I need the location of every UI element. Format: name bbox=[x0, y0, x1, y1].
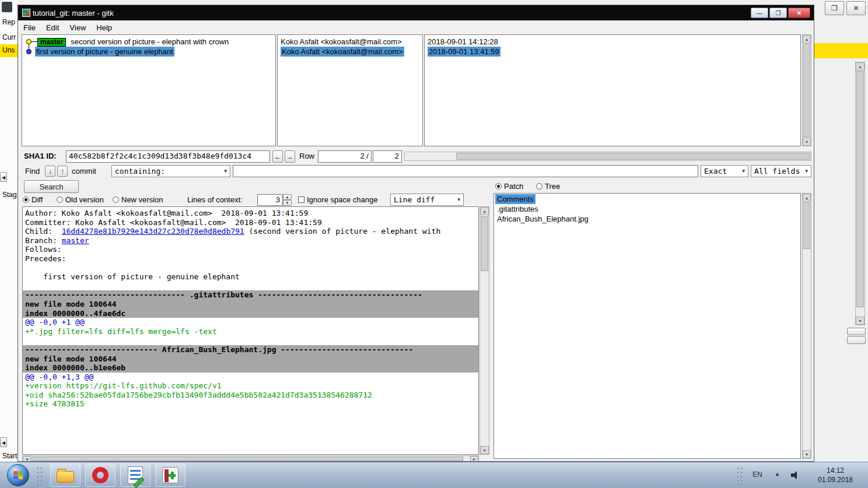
line-diff-dropdown[interactable]: Line diff ▼ bbox=[390, 194, 464, 206]
scroll-down-icon[interactable]: ▼ bbox=[803, 450, 811, 458]
diff-radio-circle[interactable] bbox=[23, 196, 29, 203]
file-list-item[interactable]: Comments bbox=[495, 194, 536, 204]
scroll-up-icon[interactable]: ▲ bbox=[480, 207, 489, 215]
old-version-radio[interactable]: Old version bbox=[57, 195, 104, 204]
commit-author-row[interactable]: Koko Asfalt <kokoasfalt@mail.com> bbox=[278, 37, 422, 47]
branch-tag[interactable]: master bbox=[37, 38, 66, 47]
commit-author-row[interactable]: Koko Asfalt <kokoasfalt@mail.com> bbox=[278, 47, 422, 57]
chevron-left-icon[interactable]: ◂ bbox=[0, 437, 7, 447]
scrollbar-thumb[interactable] bbox=[481, 216, 488, 271]
scrollbar-thumb[interactable] bbox=[32, 457, 463, 461]
ignore-space-checkbox-box[interactable] bbox=[298, 196, 304, 203]
scroll-up-icon[interactable]: ▲ bbox=[803, 194, 811, 202]
containing-dropdown[interactable]: containing: ▼ bbox=[111, 165, 230, 177]
commit-subject[interactable]: first version of picture - genuine eleph… bbox=[35, 47, 174, 57]
scrollbar-thumb[interactable] bbox=[803, 44, 810, 137]
minimize-button[interactable]: — bbox=[751, 8, 768, 18]
exact-dropdown[interactable]: Exact ▼ bbox=[701, 165, 748, 177]
find-next-button[interactable]: ↓ bbox=[45, 166, 55, 177]
tray-grip[interactable] bbox=[736, 466, 744, 485]
scrollbar-thumb[interactable] bbox=[803, 202, 810, 249]
tray-expand-icon[interactable]: ▲ bbox=[775, 471, 780, 477]
clock[interactable]: 14:12 01.09.2018 bbox=[811, 466, 860, 485]
context-spinner-value[interactable]: 3 bbox=[257, 194, 283, 206]
old-version-radio-circle[interactable] bbox=[57, 196, 63, 203]
diff-radio[interactable]: Diff bbox=[23, 195, 43, 204]
fields-dropdown[interactable]: All fields ▼ bbox=[751, 165, 811, 177]
scroll-down-icon[interactable]: ▼ bbox=[480, 446, 489, 454]
back-button[interactable]: ← bbox=[272, 150, 283, 163]
scroll-up-icon[interactable]: ▲ bbox=[803, 35, 811, 43]
find-commit-label[interactable]: commit bbox=[72, 167, 96, 175]
title-bar[interactable]: tutorial_git: master - gitk — ❐ ✕ bbox=[18, 5, 814, 20]
commit-date-row[interactable]: 2018-09-01 13:41:59 bbox=[425, 47, 800, 57]
tree-radio-circle[interactable] bbox=[536, 183, 542, 189]
background-scrollbar[interactable]: ▲ ▼ bbox=[855, 62, 865, 325]
editor-taskbar-button[interactable] bbox=[120, 464, 150, 487]
diff-scrollbar[interactable]: ▲ ▼ bbox=[480, 206, 489, 455]
find-prev-button[interactable]: ↑ bbox=[57, 166, 68, 177]
bg-pane-button[interactable] bbox=[847, 328, 866, 335]
taskbar-grip[interactable] bbox=[36, 466, 44, 485]
commit-link[interactable]: master bbox=[62, 236, 89, 245]
file-list-item[interactable]: African_Bush_Elephant.jpg bbox=[495, 214, 590, 224]
scroll-left-icon[interactable]: ◄ bbox=[23, 456, 31, 462]
arrow-up-icon: ↑ bbox=[61, 167, 64, 175]
patch-radio-circle[interactable] bbox=[495, 183, 502, 189]
commit-date-row[interactable]: 2018-09-01 14:12:28 bbox=[425, 37, 800, 47]
bg-close-button[interactable]: ✕ bbox=[846, 1, 866, 15]
commit-author-pane[interactable]: Koko Asfalt <kokoasfalt@mail.com>Koko As… bbox=[277, 34, 423, 146]
scrollbar-thumb[interactable] bbox=[456, 153, 810, 160]
new-version-radio[interactable]: New version bbox=[113, 195, 163, 204]
menu-help[interactable]: Help bbox=[91, 22, 117, 34]
commit-row[interactable]: first version of picture - genuine eleph… bbox=[22, 47, 275, 57]
find-query-input[interactable] bbox=[233, 165, 698, 177]
volume-icon[interactable] bbox=[791, 471, 800, 479]
commit-list-scrollbar[interactable]: ▲ ▼ bbox=[802, 34, 811, 146]
tree-radio[interactable]: Tree bbox=[536, 182, 560, 191]
commit-list-hscrollbar[interactable] bbox=[404, 152, 811, 161]
commit-link[interactable]: 16dd4278e81b7929e143d27c230d78e0d8edb791 bbox=[62, 227, 244, 236]
scroll-down-icon[interactable]: ▼ bbox=[856, 317, 864, 325]
ignore-space-checkbox[interactable]: Ignore space change bbox=[298, 195, 377, 204]
spin-up-icon[interactable]: ▲ bbox=[283, 194, 292, 200]
gitk-window: tutorial_git: master - gitk — ❐ ✕ File E… bbox=[18, 5, 814, 462]
search-button[interactable]: Search bbox=[24, 180, 79, 193]
commit-subject[interactable]: second version of picture - elephant wit… bbox=[69, 37, 230, 46]
maximize-button[interactable]: ❐ bbox=[769, 8, 787, 18]
language-indicator[interactable]: EN bbox=[752, 471, 762, 479]
diff-hscrollbar[interactable]: ◄ ► bbox=[22, 455, 479, 462]
menu-file[interactable]: File bbox=[18, 22, 41, 34]
find-button[interactable]: Find bbox=[25, 167, 40, 175]
menu-view[interactable]: View bbox=[64, 22, 91, 34]
windows-logo-icon bbox=[13, 471, 23, 479]
close-button[interactable]: ✕ bbox=[788, 8, 810, 18]
spin-down-icon[interactable]: ▼ bbox=[283, 200, 292, 206]
new-version-radio-circle[interactable] bbox=[113, 196, 119, 203]
file-list-pane[interactable]: Comments.gitattributesAfrican_Bush_Eleph… bbox=[494, 193, 801, 459]
scroll-down-icon[interactable]: ▼ bbox=[803, 138, 811, 146]
forward-button[interactable]: → bbox=[285, 150, 295, 163]
scroll-up-icon[interactable]: ▲ bbox=[856, 62, 864, 71]
file-list-scrollbar[interactable]: ▲ ▼ bbox=[802, 193, 811, 459]
bg-pane-button[interactable] bbox=[847, 336, 866, 344]
opera-taskbar-button[interactable] bbox=[85, 464, 116, 487]
context-spinner[interactable]: ▲ ▼ bbox=[283, 194, 292, 206]
arrow-glyph: ▼ bbox=[805, 452, 809, 457]
patch-radio-label: Patch bbox=[504, 182, 523, 191]
commit-graph-pane[interactable]: mastersecond version of picture - elepha… bbox=[22, 34, 276, 146]
git-gui-taskbar-button[interactable] bbox=[155, 464, 186, 487]
start-button[interactable] bbox=[7, 464, 29, 486]
patch-radio[interactable]: Patch bbox=[495, 182, 523, 191]
bg-restore-button[interactable]: ❐ bbox=[825, 1, 844, 15]
chevron-left-icon[interactable]: ◂ bbox=[0, 172, 7, 182]
commit-date-pane[interactable]: 2018-09-01 14:12:282018-09-01 13:41:59 bbox=[424, 34, 801, 146]
diff-view[interactable]: Author: Koko Asfalt <kokoasfalt@mail.com… bbox=[22, 206, 479, 455]
file-list-item[interactable]: .gitattributes bbox=[495, 204, 540, 214]
menu-edit[interactable]: Edit bbox=[41, 22, 64, 34]
explorer-taskbar-button[interactable] bbox=[50, 464, 80, 487]
commit-row[interactable]: mastersecond version of picture - elepha… bbox=[22, 37, 275, 47]
scroll-right-icon[interactable]: ► bbox=[470, 456, 478, 462]
sha1-input[interactable]: 40c582b8f2f2c4c1c309d13d38f3b48e9fd013c4 bbox=[66, 150, 270, 163]
scrollbar-thumb[interactable] bbox=[856, 71, 864, 307]
